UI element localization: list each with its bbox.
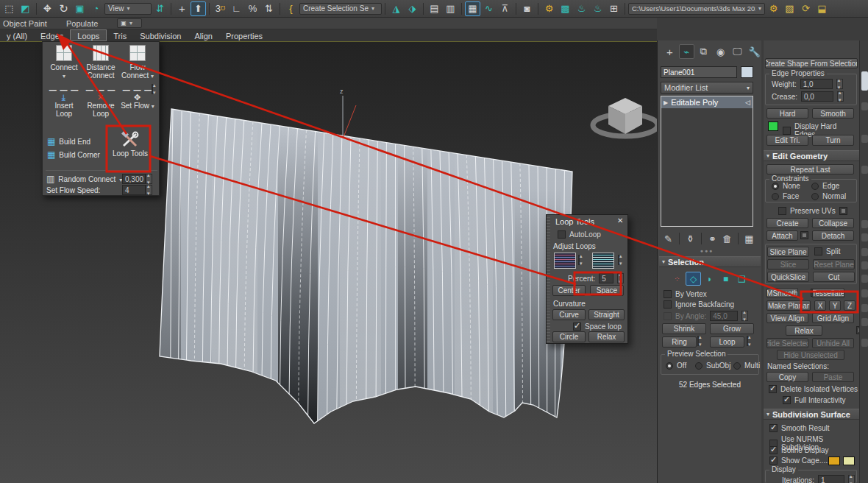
subdivision-surface-rollout-header[interactable]: Subdivision Surface (764, 409, 860, 420)
space-loop-checkbox[interactable]: Space loop (573, 322, 622, 331)
make-planar-z-button[interactable]: Z (844, 300, 855, 311)
relax-loop-button[interactable]: Relax (588, 331, 625, 342)
remove-modifier-icon[interactable]: 🗑 (721, 231, 733, 246)
delete-isolated-vertices-checkbox[interactable]: Delete Isolated Vertices (769, 385, 858, 393)
adjust-loop-right-button[interactable] (592, 253, 614, 269)
percent-spinner[interactable] (617, 273, 624, 283)
named-selection-set-dropdown[interactable]: Create Selection Se ▾ (299, 3, 382, 15)
smooth-button[interactable]: Smooth (812, 108, 854, 119)
create-tab-icon[interactable]: + (662, 44, 677, 59)
pivot-center-icon[interactable]: ◔ (88, 1, 104, 16)
set-flow-speed-value[interactable]: 4 (122, 185, 152, 195)
modifier-list-dropdown[interactable]: Modifier List ▾ (661, 82, 753, 94)
slice-plane-button[interactable]: Slice Plane (767, 247, 809, 257)
center-button[interactable]: Center (552, 285, 586, 296)
loop-spinner[interactable] (747, 336, 748, 346)
rendered-frame-icon[interactable]: ▩ (558, 1, 573, 16)
attach-button[interactable]: Attach (766, 230, 798, 241)
shrink-button[interactable]: Shrink (662, 323, 706, 334)
space-button[interactable]: Space (590, 285, 624, 296)
ring-spinner[interactable] (697, 336, 699, 346)
random-connect-field[interactable]: 0,300 (122, 174, 146, 184)
edit-tri-button[interactable]: Edit Tri. (766, 135, 808, 146)
grid-align-button[interactable]: Grid Align (812, 313, 854, 323)
weight-field[interactable]: 1,0 (800, 79, 833, 89)
menu-item-remove-loop[interactable]: ― ― ―✕ Remove Loop (82, 88, 119, 118)
iterations-spinner[interactable] (848, 475, 855, 483)
edit-geometry-rollout-header[interactable]: Edit Geometry (764, 150, 860, 161)
border-subobject-icon[interactable]: ◗ (702, 272, 717, 286)
make-planar-y-button[interactable]: Y (829, 300, 841, 311)
preview-subobj-radio[interactable]: SubObj (695, 362, 730, 370)
straight-button[interactable]: Straight (588, 309, 625, 320)
select-move-icon[interactable]: ✥ (40, 1, 55, 16)
adjust-loop-left-button[interactable] (554, 253, 576, 269)
toggle-ribbon-icon[interactable]: ▦ (465, 1, 480, 16)
isoline-display-checkbox[interactable]: Isoline Display (769, 446, 828, 454)
edge-subobject-icon[interactable]: ◇ (686, 272, 701, 286)
project-folder-dropdown[interactable]: C:\Users\User1\Documents\3ds Max 2020 ▾ (628, 3, 765, 15)
msmooth-button[interactable]: MSmooth (766, 288, 798, 298)
menu-item-distance-connect[interactable]: Distance Connect (82, 45, 119, 80)
percent-snap-icon[interactable]: % (245, 1, 260, 16)
full-interactivity-checkbox[interactable]: Full Interactivity (783, 396, 845, 404)
polygon-subobject-icon[interactable]: ■ (718, 272, 733, 286)
by-angle-checkbox[interactable]: By Angle: 45,0 (664, 311, 748, 321)
vertex-subobject-icon[interactable]: ⁘ (669, 272, 685, 286)
preserve-uvs-checkbox[interactable]: Preserve UVs (778, 207, 847, 215)
rotate-icon[interactable]: ↻ (56, 1, 71, 16)
render-production-icon[interactable]: ♨ (590, 1, 605, 16)
paste-button[interactable]: Paste (812, 372, 854, 382)
turn-button[interactable]: Turn (812, 135, 854, 146)
select-place-icon[interactable]: ⇵ (152, 1, 168, 16)
menu-item-connect[interactable]: Connect (46, 45, 82, 80)
menu-item-random-connect[interactable]: ▥ Random Connect (46, 174, 122, 183)
object-color-swatch[interactable] (741, 66, 753, 78)
modify-tab-icon[interactable]: ⌁ (679, 44, 694, 59)
hide-selected-button[interactable]: Hide Selected (766, 338, 808, 348)
quickslice-button[interactable]: QuickSlice (767, 272, 809, 282)
show-end-result-icon[interactable]: ⚱ (684, 231, 697, 246)
utilities-tab-icon[interactable]: 🔧 (747, 44, 762, 59)
ring-button[interactable]: Ring (662, 336, 697, 348)
tab-subdivision[interactable]: Subdivision (133, 29, 188, 41)
adjust-loop-left-spinner[interactable] (578, 255, 580, 265)
expand-arrow-icon[interactable]: ▶ (664, 99, 668, 106)
curve-editor-icon[interactable]: ∿ (481, 1, 497, 16)
spinner-snap-icon[interactable]: ⇅ (261, 1, 277, 16)
split-checkbox[interactable]: Split (814, 247, 840, 255)
make-planar-x-button[interactable]: X (814, 300, 826, 311)
tab-align[interactable]: Align (188, 29, 218, 41)
open-in-explorer-icon[interactable]: ⊞ (606, 1, 622, 16)
relax-button[interactable]: Relax (786, 325, 822, 336)
menu-item-flow-connect[interactable]: Flow Connect (119, 45, 156, 80)
autoloop-checkbox[interactable]: AutoLoop (558, 230, 601, 239)
loop-button[interactable]: Loop (710, 336, 744, 348)
hard-edge-color-swatch[interactable] (768, 121, 778, 131)
adjust-loop-right-spinner[interactable] (618, 255, 619, 265)
tab-tris[interactable]: Tris (107, 29, 133, 41)
tab-loops[interactable]: Loops (70, 29, 107, 41)
by-angle-spinner[interactable] (741, 311, 748, 321)
display-tab-icon[interactable]: 🖵 (730, 44, 745, 59)
object-name-field[interactable]: Plane001 (661, 66, 737, 78)
close-icon[interactable]: ✕ (617, 216, 623, 225)
constraint-edge-radio[interactable]: Edge (811, 182, 839, 190)
ribbon-display-dropdown[interactable]: ▣▾ (117, 18, 142, 28)
crosshair-icon[interactable]: + (174, 1, 190, 16)
attach-settings-icon[interactable] (800, 231, 808, 239)
create-button[interactable]: Create (766, 218, 808, 228)
selection-rollout-header[interactable]: Selection (659, 256, 761, 267)
show-cage-checkbox[interactable]: Show Cage...... (769, 456, 831, 465)
configure-modifier-sets-icon[interactable]: ▦ (743, 231, 755, 246)
create-shape-button[interactable]: Create Shape From Selection (765, 58, 858, 68)
menu-item-set-flow[interactable]: ― ― ―✥ Set Flow (119, 88, 156, 110)
scale-icon[interactable]: ▣ (72, 1, 88, 16)
view-align-button[interactable]: View Align (766, 313, 808, 323)
ignore-backfacing-checkbox[interactable]: Ignore Backfacing (664, 300, 734, 309)
curve-button[interactable]: Curve (552, 309, 586, 320)
pin-stack-icon[interactable]: ✎ (662, 231, 675, 246)
iterations-field[interactable]: 1 (818, 475, 844, 483)
dialog-grip[interactable] (547, 215, 550, 343)
by-angle-field[interactable]: 45,0 (710, 311, 738, 321)
